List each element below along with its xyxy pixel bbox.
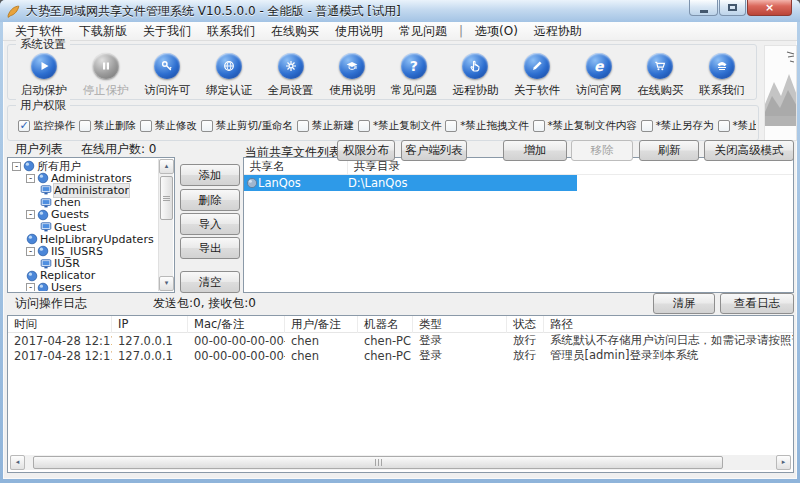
permission-checkbox[interactable]: *禁止拖拽文件 xyxy=(445,119,528,133)
permission-checkbox[interactable]: *禁止打印 xyxy=(718,119,756,133)
log-column-header[interactable]: 机器名 xyxy=(358,316,413,333)
toolbar-button[interactable]: 全局设置 xyxy=(261,53,321,98)
log-panel-label: 访问操作日志 xyxy=(15,295,87,312)
tree-node[interactable]: chen xyxy=(10,197,157,209)
toolbar-button[interactable]: e访问官网 xyxy=(569,53,629,98)
tree-expander-icon[interactable]: - xyxy=(26,283,35,291)
permission-checkbox[interactable]: 禁止剪切/重命名 xyxy=(201,119,293,133)
toolbar-button[interactable]: 访问许可 xyxy=(137,53,197,98)
log-hscrollbar[interactable]: ◂ ▸ xyxy=(10,455,791,470)
tree-node-label: Guest xyxy=(54,221,86,234)
tree-expander-icon[interactable]: - xyxy=(26,210,35,219)
tree-node[interactable]: -IIS_IUSRS xyxy=(10,245,157,257)
pause-icon xyxy=(93,53,119,79)
menu-item[interactable]: 在线购买 xyxy=(263,22,327,41)
tree-node[interactable]: IUSR xyxy=(10,258,157,270)
share-action-button[interactable]: 增加 xyxy=(503,140,567,161)
menu-item[interactable]: 远程协助 xyxy=(526,22,590,41)
maximize-icon[interactable] xyxy=(719,0,746,16)
share-row[interactable]: LanQosD:\LanQos xyxy=(244,175,577,191)
tree-node[interactable]: -Guests xyxy=(10,209,157,221)
menu-item[interactable]: 关于我们 xyxy=(135,22,199,41)
share-tool-button[interactable]: 客户端列表 xyxy=(401,140,467,161)
toolbar-button[interactable]: 联系我们 xyxy=(692,53,752,98)
log-column-header[interactable]: 用户/备注 xyxy=(285,316,358,333)
toolbar-button[interactable]: 使用说明 xyxy=(322,53,382,98)
toolbar-button-label: 停止保护 xyxy=(76,83,136,98)
tree-node[interactable]: -Administrators xyxy=(10,172,157,184)
titlebar[interactable]: 大势至局域网共享文件管理系统 V10.5.0.0 - 全能版 - 普通模式 [试… xyxy=(0,0,800,22)
scroll-right-icon[interactable]: ▸ xyxy=(776,455,791,470)
permission-checkbox[interactable]: *禁止另存为 xyxy=(641,119,714,133)
log-column-header[interactable]: IP xyxy=(112,316,188,333)
tree-node[interactable]: HelpLibraryUpdaters xyxy=(10,233,157,245)
app-icon[interactable] xyxy=(6,4,21,19)
tree-expander-icon[interactable]: - xyxy=(26,247,35,256)
share-tool-button[interactable]: 权限分布 xyxy=(337,140,395,161)
share-dir: D:\LanQos xyxy=(348,176,577,190)
menu-bar: 关于软件下载新版关于我们联系我们在线购买使用说明常见问题|选项(O)远程协助 xyxy=(3,22,797,41)
permission-checkbox[interactable]: ✓监控操作 xyxy=(18,119,75,133)
toolbar-button[interactable]: ?常见问题 xyxy=(384,53,444,98)
toolbar-button-label: 远程协助 xyxy=(445,83,505,98)
log-column-header[interactable]: 路径 xyxy=(544,316,793,333)
user-action-button[interactable]: 导出 xyxy=(180,237,240,259)
toolbar-button[interactable]: 在线购买 xyxy=(630,53,690,98)
checkbox-box xyxy=(201,120,213,132)
share-action-button[interactable]: 刷新 xyxy=(639,140,699,161)
log-column-header[interactable]: 时间 xyxy=(8,316,112,333)
toolbar-button[interactable]: 远程协助 xyxy=(445,53,505,98)
tree-node[interactable]: Guest xyxy=(10,221,157,233)
tree-node-label: Users xyxy=(51,281,82,291)
user-action-button[interactable]: 添加 xyxy=(180,164,240,186)
tree-node[interactable]: Administrator xyxy=(10,184,157,196)
menu-item[interactable]: 常见问题 xyxy=(391,22,455,41)
log-row[interactable]: 2017-04-28 12:11:30127.0.0.100-00-00-00-… xyxy=(8,348,793,363)
log-action-button[interactable]: 清屏 xyxy=(653,293,715,314)
share-column-header[interactable]: 共享名 xyxy=(244,158,348,175)
menu-item[interactable]: 选项(O) xyxy=(467,22,526,41)
user-list-label: 用户列表 xyxy=(15,141,63,158)
menu-item[interactable]: 联系我们 xyxy=(199,22,263,41)
log-hscroll-track[interactable] xyxy=(25,455,776,470)
permission-checkbox[interactable]: 禁止修改 xyxy=(140,119,197,133)
log-cell: 127.0.0.1 xyxy=(112,349,188,363)
tree-node-label: Replicator xyxy=(40,269,95,282)
log-column-header[interactable]: 状态 xyxy=(507,316,544,333)
tree-node[interactable]: -Users xyxy=(10,282,157,291)
scroll-down-icon[interactable]: ▾ xyxy=(159,276,174,291)
permission-checkbox[interactable]: 禁止删除 xyxy=(79,119,136,133)
tree-scrollbar[interactable]: ▴ ▾ xyxy=(158,159,173,291)
log-column-header[interactable]: Mac/备注 xyxy=(188,316,285,333)
tree-scrollbar-thumb[interactable] xyxy=(160,176,173,220)
log-hscroll-thumb[interactable] xyxy=(33,456,723,469)
minimize-icon[interactable] xyxy=(689,0,718,16)
toolbar-button-label: 全局设置 xyxy=(261,83,321,98)
share-action-button[interactable]: 关闭高级模式 xyxy=(704,140,794,161)
tree-node-label: IUSR xyxy=(54,257,80,270)
checkbox-label: 禁止删除 xyxy=(94,119,136,133)
group-icon xyxy=(37,172,49,184)
tree-expander-icon[interactable]: - xyxy=(12,162,21,171)
menu-item[interactable]: 下载新版 xyxy=(71,22,135,41)
permission-checkbox[interactable]: *禁止复制文件内容 xyxy=(533,119,637,133)
tree-node[interactable]: Replicator xyxy=(10,270,157,282)
checkbox-box xyxy=(297,120,309,132)
toolbar-button[interactable]: 关于软件 xyxy=(507,53,567,98)
log-column-header[interactable]: 类型 xyxy=(413,316,507,333)
user-action-button[interactable]: 清空 xyxy=(180,271,240,293)
menu-item[interactable]: 使用说明 xyxy=(327,22,391,41)
permission-checkbox[interactable]: 禁止新建 xyxy=(297,119,354,133)
user-action-button[interactable]: 导入 xyxy=(180,213,240,235)
log-row[interactable]: 2017-04-28 12:11:30127.0.0.100-00-00-00-… xyxy=(8,333,793,348)
scroll-left-icon[interactable]: ◂ xyxy=(10,455,25,470)
permission-checkbox[interactable]: *禁止复制文件 xyxy=(358,119,441,133)
user-action-button[interactable]: 删除 xyxy=(180,189,240,211)
toolbar-button[interactable]: 启动保护 xyxy=(14,53,74,98)
close-icon[interactable]: × xyxy=(747,0,792,16)
tree-expander-icon[interactable]: - xyxy=(26,174,35,183)
tree-node[interactable]: -所有用户 xyxy=(10,160,157,172)
log-action-button[interactable]: 查看日志 xyxy=(720,293,794,314)
scroll-up-icon[interactable]: ▴ xyxy=(159,159,174,174)
toolbar-button[interactable]: 绑定认证 xyxy=(199,53,259,98)
